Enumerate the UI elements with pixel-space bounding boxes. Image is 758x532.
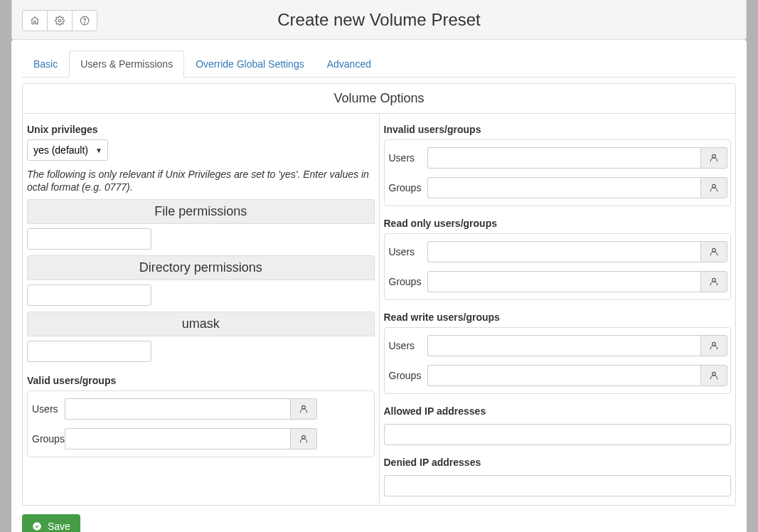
tab-users-permissions[interactable]: Users & Permissions: [69, 50, 184, 78]
svg-point-0: [58, 19, 61, 22]
tab-advanced[interactable]: Advanced: [316, 50, 383, 78]
unix-priv-help: The following is only relevant if Unix P…: [27, 168, 375, 193]
save-button[interactable]: Save: [22, 514, 80, 532]
rw-panel: Users Groups: [384, 327, 732, 394]
svg-point-3: [302, 406, 306, 410]
ro-panel: Users Groups: [384, 233, 732, 300]
volume-options-section: Volume Options Unix privileges yes (defa…: [22, 83, 736, 506]
invalid-label: Invalid users/groups: [384, 124, 732, 135]
main-panel: Basic Users & Permissions Override Globa…: [11, 40, 747, 532]
allowed-ip-input[interactable]: [384, 424, 732, 445]
svg-point-11: [33, 522, 41, 531]
rw-groups-label: Groups: [388, 370, 427, 381]
tab-nav: Basic Users & Permissions Override Globa…: [22, 50, 736, 78]
user-icon: [299, 404, 309, 414]
ro-label: Read only users/groups: [384, 218, 732, 229]
user-icon: [709, 371, 719, 381]
home-icon: [30, 16, 40, 26]
gear-icon: [55, 16, 65, 26]
rw-users-picker[interactable]: [700, 335, 727, 356]
invalid-panel: Users Groups: [384, 139, 732, 206]
unix-priv-select[interactable]: yes (default): [27, 139, 108, 161]
invalid-groups-label: Groups: [388, 182, 427, 193]
umask-input[interactable]: [27, 341, 151, 362]
valid-users-label: Users: [31, 403, 65, 415]
user-icon: [299, 434, 309, 444]
svg-point-6: [712, 184, 716, 188]
file-perm-header: File permissions: [27, 199, 375, 224]
ro-users-input[interactable]: [427, 241, 701, 262]
invalid-users-label: Users: [388, 152, 427, 164]
svg-point-2: [85, 22, 85, 23]
svg-point-4: [302, 436, 306, 440]
rw-groups-input[interactable]: [427, 365, 701, 386]
ro-groups-label: Groups: [388, 276, 427, 287]
rw-users-label: Users: [388, 340, 427, 351]
save-button-label: Save: [48, 521, 70, 532]
invalid-users-picker[interactable]: [700, 147, 727, 169]
allowed-ip-label: Allowed IP addresses: [384, 405, 732, 417]
page-header: Create new Volume Preset: [11, 0, 747, 40]
rw-groups-picker[interactable]: [700, 365, 727, 386]
svg-point-10: [712, 372, 716, 376]
help-icon: [80, 16, 90, 26]
tab-basic[interactable]: Basic: [22, 50, 69, 78]
invalid-users-input[interactable]: [427, 147, 701, 169]
unix-priv-label: Unix privileges: [27, 124, 375, 135]
settings-button[interactable]: [47, 10, 73, 31]
user-icon: [709, 247, 719, 257]
invalid-groups-input[interactable]: [427, 177, 701, 198]
valid-users-input[interactable]: [65, 398, 290, 420]
file-perm-input[interactable]: [27, 228, 151, 250]
left-column: Unix privileges yes (default) ▼ The foll…: [23, 114, 380, 505]
check-circle-icon: [32, 521, 48, 531]
valid-groups-input[interactable]: [65, 428, 290, 449]
valid-label: Valid users/groups: [27, 375, 375, 386]
svg-point-8: [712, 278, 716, 282]
right-column: Invalid users/groups Users: [380, 114, 736, 505]
header-icon-group: [22, 10, 97, 31]
denied-ip-input[interactable]: [384, 475, 732, 496]
page-title: Create new Volume Preset: [277, 10, 480, 30]
ro-groups-input[interactable]: [427, 271, 701, 292]
svg-point-7: [712, 248, 716, 252]
valid-groups-picker[interactable]: [290, 428, 317, 449]
tab-override[interactable]: Override Global Settings: [184, 50, 316, 78]
rw-users-input[interactable]: [427, 335, 701, 356]
user-icon: [709, 341, 719, 351]
dir-perm-header: Directory permissions: [27, 255, 375, 280]
valid-users-picker[interactable]: [290, 398, 317, 420]
ro-groups-picker[interactable]: [700, 271, 727, 292]
rw-label: Read write users/groups: [384, 312, 732, 323]
ro-users-picker[interactable]: [700, 241, 727, 262]
user-icon: [709, 183, 719, 193]
svg-point-9: [712, 342, 716, 346]
dir-perm-input[interactable]: [27, 284, 151, 306]
umask-header: umask: [27, 312, 375, 336]
denied-ip-label: Denied IP addresses: [384, 457, 732, 468]
user-icon: [709, 277, 719, 287]
invalid-groups-picker[interactable]: [700, 177, 727, 198]
ro-users-label: Users: [388, 246, 427, 257]
section-title: Volume Options: [23, 84, 735, 114]
valid-panel: Users Groups: [27, 390, 375, 457]
help-button[interactable]: [72, 10, 97, 31]
valid-groups-label: Groups: [31, 433, 65, 445]
user-icon: [709, 153, 719, 163]
home-button[interactable]: [22, 10, 48, 31]
svg-point-5: [712, 154, 716, 158]
unix-priv-select-wrap: yes (default) ▼: [27, 139, 108, 161]
